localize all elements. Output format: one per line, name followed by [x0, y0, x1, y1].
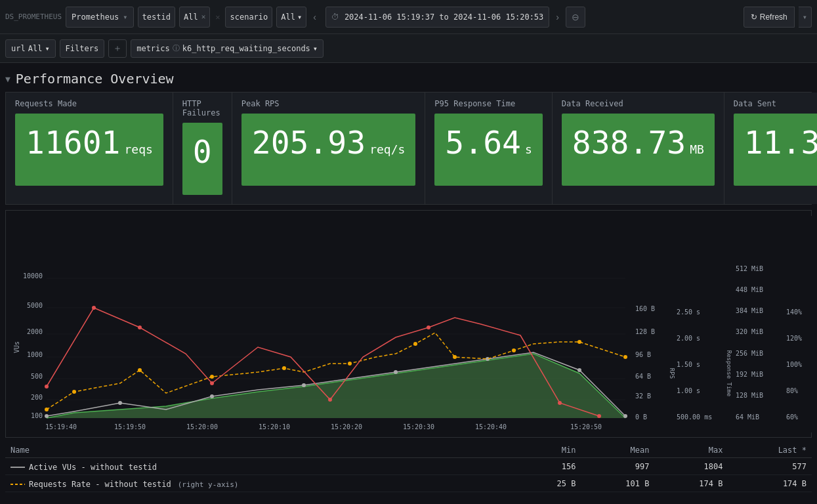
legend-table: Name Min Mean Max Last * Active VUs - wi… [5, 443, 812, 492]
metrics-select[interactable]: metrics ⓘ k6_http_req_waiting_seconds ▾ [131, 39, 324, 58]
zoom-button[interactable]: ⊖ [566, 7, 585, 28]
svg-text:1.00 s: 1.00 s [677, 387, 700, 394]
refresh-icon: ↻ [751, 12, 757, 22]
svg-text:10000: 10000 [23, 272, 43, 280]
svg-text:128 B: 128 B [635, 328, 655, 335]
info-icon: ⓘ [173, 43, 180, 53]
stat-card-p95-response: P95 Response Time 5.64 s [425, 93, 552, 204]
svg-text:2000: 2000 [27, 328, 43, 335]
stat-label: Data Received [562, 99, 715, 108]
refresh-button[interactable]: ↻ Refresh [744, 7, 795, 28]
svg-text:VUs: VUs [13, 341, 20, 353]
col-max: Max [654, 443, 728, 458]
svg-point-33 [577, 340, 581, 344]
svg-text:2.50 s: 2.50 s [677, 308, 700, 316]
stat-unit: req/s [369, 142, 405, 156]
svg-text:100%: 100% [786, 361, 802, 368]
svg-point-25 [72, 390, 76, 394]
svg-point-34 [623, 355, 627, 359]
stat-card-data-received: Data Received 838.73 MB [553, 93, 724, 204]
svg-point-28 [282, 366, 286, 370]
url-label: url [11, 44, 26, 53]
time-prev-button[interactable]: ‹ [310, 12, 319, 22]
svg-point-24 [45, 408, 49, 411]
stat-card-requests-made: Requests Made 11601 reqs [6, 93, 173, 204]
col-min: Min [518, 443, 581, 458]
svg-point-23 [623, 414, 627, 418]
svg-text:512 MiB: 512 MiB [736, 265, 763, 272]
svg-point-39 [328, 398, 332, 402]
legend-row-max: 174 B [654, 475, 728, 492]
time-next-button[interactable]: › [553, 12, 562, 22]
url-filter[interactable]: url All ▾ [5, 39, 56, 58]
svg-point-31 [453, 355, 457, 359]
svg-point-35 [45, 385, 49, 388]
svg-point-36 [92, 306, 96, 310]
collapse-icon: ▼ [5, 74, 10, 84]
prometheus-dropdown[interactable]: Prometheus ▾ [66, 7, 133, 28]
chevron-down-icon: ▾ [313, 44, 318, 53]
svg-point-18 [210, 394, 214, 398]
svg-text:384 MiB: 384 MiB [736, 307, 763, 314]
svg-text:140%: 140% [786, 308, 802, 316]
svg-point-37 [138, 326, 142, 329]
stat-cards: Requests Made 11601 reqs HTTP Failures 0… [5, 92, 812, 205]
stat-unit: reqs [125, 142, 153, 156]
svg-text:96 B: 96 B [635, 351, 651, 358]
svg-text:448 MiB: 448 MiB [736, 286, 763, 293]
time-range-bar[interactable]: ⏱ 2024-11-06 15:19:37 to 2024-11-06 15:2… [325, 7, 549, 28]
stat-value: 11.35 [744, 127, 817, 158]
zoom-icon: ⊖ [572, 12, 579, 22]
all-value: All [28, 44, 43, 53]
svg-text:64 B: 64 B [635, 373, 651, 380]
legend-row-last: 577 [728, 458, 812, 475]
svg-text:64 MiB: 64 MiB [736, 413, 759, 421]
svg-text:256 MiB: 256 MiB [736, 350, 763, 357]
svg-text:1000: 1000 [27, 351, 43, 358]
svg-text:15:20:10: 15:20:10 [259, 423, 290, 430]
col-name: Name [5, 443, 518, 458]
svg-text:60%: 60% [786, 413, 798, 421]
chevron-down-icon: ▾ [803, 12, 807, 22]
svg-point-16 [45, 414, 49, 418]
svg-point-19 [302, 383, 306, 387]
svg-text:320 MiB: 320 MiB [736, 328, 763, 335]
testid-pill[interactable]: testid [138, 7, 175, 28]
main-chart-svg: 100 200 500 1000 2000 5000 10000 VUs [9, 216, 812, 432]
svg-point-20 [394, 370, 398, 374]
time-range-text: 2024-11-06 15:19:37 to 2024-11-06 15:20:… [345, 12, 543, 22]
chevron-down-icon: ▾ [297, 12, 302, 22]
add-filter-button[interactable]: ＋ [108, 39, 127, 58]
filters-button[interactable]: Filters [60, 39, 105, 58]
legend-row-mean: 997 [581, 458, 654, 475]
svg-text:200: 200 [31, 394, 43, 401]
scenario-pill[interactable]: scenario [225, 7, 272, 28]
svg-point-26 [138, 368, 142, 372]
stat-value: 11601 [26, 127, 121, 158]
stat-label: Peak RPS [241, 99, 416, 108]
svg-point-32 [512, 348, 516, 352]
chart-container: 100 200 500 1000 2000 5000 10000 VUs [5, 210, 812, 438]
legend-row[interactable]: Active VUs - without testid1569971804577 [5, 458, 812, 475]
stat-label: HTTP Failures [182, 99, 222, 117]
col-last: Last * [728, 443, 812, 458]
plus-icon: ＋ [113, 43, 122, 54]
svg-text:15:20:00: 15:20:00 [186, 423, 218, 430]
section-header[interactable]: ▼ Performance Overview [0, 63, 817, 92]
close-icon[interactable]: ✕ [201, 12, 206, 21]
legend-row-mean: 101 B [581, 475, 654, 492]
refresh-dropdown-button[interactable]: ▾ [799, 7, 812, 28]
svg-text:15:20:40: 15:20:40 [475, 423, 507, 430]
all2-pill[interactable]: All ▾ [276, 7, 306, 28]
svg-text:192 MiB: 192 MiB [736, 371, 763, 378]
all-pill[interactable]: All ✕ [179, 7, 210, 28]
legend-row[interactable]: Requests Rate - without testid(right y-a… [5, 475, 812, 492]
filter-bar: url All ▾ Filters ＋ metrics ⓘ k6_http_re… [0, 34, 817, 63]
svg-text:80%: 80% [786, 387, 798, 394]
legend-row-name: Active VUs - without testid [5, 458, 518, 475]
top-bar: DS_PROMETHEUS Prometheus ▾ testid All ✕ … [0, 0, 817, 34]
chevron-down-icon: ▾ [123, 12, 127, 22]
stat-value: 205.93 [252, 127, 366, 158]
stat-label: Data Sent [734, 99, 817, 108]
svg-point-27 [210, 375, 214, 379]
